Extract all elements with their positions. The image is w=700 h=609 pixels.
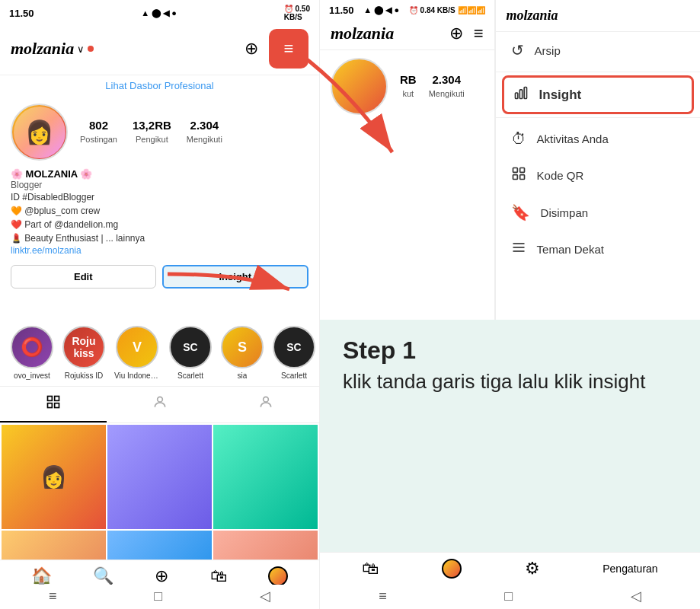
menu-item-qr[interactable]: Kode QR [496, 157, 700, 194]
nav-avatar-left[interactable] [268, 566, 288, 586]
system-nav-right: ≡ □ ◁ [320, 585, 700, 609]
profile-avatar-left: 👩 [11, 104, 68, 161]
tab-profile1[interactable] [107, 387, 213, 422]
svg-rect-4 [519, 168, 524, 173]
arsip-icon: ↺ [511, 41, 524, 59]
story-icon-scarlett2: SC [286, 341, 301, 353]
nav-add[interactable]: ⊕ [155, 566, 168, 586]
hamburger-icon-right[interactable]: ≡ [474, 24, 484, 43]
menu-item-aktivitas[interactable]: ⏱ Aktivitas Anda [496, 121, 700, 157]
arsip-label: Arsip [535, 44, 561, 57]
edit-button[interactable]: Edit [11, 265, 156, 289]
insight-menu-icon [513, 85, 529, 104]
sys-back-right[interactable]: ◁ [631, 588, 641, 604]
story-circle-rojukiss: Roju kiss [62, 326, 105, 368]
post-2-bg [107, 425, 212, 529]
nav-search[interactable]: 🔍 [93, 566, 113, 586]
tab-grid[interactable] [0, 387, 107, 422]
bio-link[interactable]: linktr.ee/molzania [11, 245, 308, 256]
sys-home-left[interactable]: □ [154, 588, 162, 604]
right-nav-settings[interactable]: ⚙ [525, 559, 540, 579]
story-label-scarlett1: Scarlett [177, 371, 203, 380]
story-label-rojukiss: Rojukiss ID [65, 371, 104, 380]
insight-button[interactable]: Insight [162, 265, 309, 289]
qr-icon [511, 166, 526, 185]
post-3[interactable] [213, 425, 318, 529]
top-half: 11.50 ▲ ⬤ ◀ ● ⏰ 0.50KB/S molzania ∨ ⊕ ≡ [0, 0, 700, 320]
sys-home-right[interactable]: □ [504, 588, 513, 604]
story-viu[interactable]: V Viu Indonesia [114, 326, 160, 380]
sys-menu-right[interactable]: ≡ [379, 588, 387, 604]
post-2[interactable] [107, 425, 212, 529]
stat-posts: 802 Postingan [80, 119, 117, 145]
svg-rect-5 [513, 175, 517, 180]
story-icon-scarlett1: SC [183, 341, 197, 353]
qr-label: Kode QR [537, 169, 584, 182]
right-profile-section: RB kut 2.304 Mengikuti [320, 50, 494, 123]
right-stat-1-label: kut [402, 89, 414, 98]
post-1-emoji: 👩 [40, 464, 67, 489]
story-circle-scarlett1: SC [169, 326, 212, 368]
avatar-emoji: 👩 [25, 119, 53, 145]
story-label-viu: Viu Indonesia [114, 371, 160, 380]
tab-profile2[interactable] [213, 387, 319, 422]
story-label-sia: sia [238, 371, 248, 380]
bio-name: 🌸 MOLZANIA 🌸 [11, 168, 308, 180]
ig-logo-right: molzania [331, 24, 394, 43]
bio-line-1: ID #DisabledBlogger [11, 190, 308, 204]
disimpan-label: Disimpan [541, 206, 589, 219]
step-instruction: Step 1 klik tanda garis tiga lalu klik i… [320, 320, 700, 552]
insight-menu-label: Insight [539, 88, 582, 103]
stories-row: ⭕ ovo_invest Roju kiss Rojukiss ID V Viu… [0, 320, 319, 386]
avatar-inner-left: 👩 [14, 107, 66, 158]
profile-bio-left: 🌸 MOLZANIA 🌸 Blogger ID #DisabledBlogger… [0, 168, 319, 262]
menu-item-disimpan[interactable]: 🔖 Disimpan [496, 194, 700, 231]
ig-logo-left: molzania ∨ [11, 39, 94, 59]
story-scarlett1[interactable]: SC Scarlett [169, 326, 212, 380]
nav-shop[interactable]: 🛍 [210, 566, 227, 586]
disimpan-icon: 🔖 [511, 203, 530, 222]
teman-icon [511, 240, 526, 259]
menu-item-teman[interactable]: Teman Dekat [496, 231, 700, 268]
right-nav-avatar[interactable] [442, 559, 462, 579]
nav-home[interactable]: 🏠 [31, 566, 52, 586]
add-icon-left[interactable]: ⊕ [245, 39, 258, 59]
profile-stats-left: 802 Postingan 13,2RB Pengikut 2.304 Meng… [80, 119, 308, 145]
add-icon-right[interactable]: ⊕ [449, 24, 463, 43]
story-ovo[interactable]: ⭕ ovo_invest [11, 326, 53, 380]
professional-link[interactable]: Lihat Dasbor Profesional [0, 75, 319, 96]
bio-line-2: 🧡 @bplus_com crew [11, 204, 308, 218]
main-wrapper: 11.50 ▲ ⬤ ◀ ● ⏰ 0.50KB/S molzania ∨ ⊕ ≡ [0, 0, 700, 609]
right-stat-2: 2.304 Mengikuti [429, 73, 465, 100]
svg-rect-13 [54, 403, 59, 408]
story-scarlett2[interactable]: SC Scarlett [273, 326, 315, 380]
right-nav-shop[interactable]: 🛍 [362, 559, 379, 579]
sys-back-left[interactable]: ◁ [260, 588, 270, 604]
hamburger-button-left[interactable]: ≡ [269, 29, 308, 69]
teman-label: Teman Dekat [537, 243, 604, 256]
right-stat-2-num: 2.304 [429, 73, 465, 86]
post-3-bg [213, 425, 318, 529]
svg-rect-6 [519, 175, 524, 180]
story-rojukiss[interactable]: Roju kiss Rojukiss ID [62, 326, 105, 380]
bottom-nav-right: 🛍 ⚙ Pengaturan [320, 552, 700, 585]
story-sia[interactable]: S sia [221, 326, 264, 380]
svg-point-15 [264, 397, 269, 402]
story-icon-viu: V [133, 340, 142, 356]
story-circle-sia: S [221, 326, 264, 368]
menu-item-insight[interactable]: Insight [502, 75, 694, 114]
post-1[interactable]: 👩 [2, 425, 106, 529]
stat-following: 2.304 Mengikuti [187, 119, 222, 145]
right-stat-2-label: Mengikuti [429, 89, 465, 98]
status-icons-right: ▲ ⬤ ◀ ● [363, 5, 399, 15]
header-icons-right: ⊕ ≡ [449, 24, 484, 43]
menu-item-arsip[interactable]: ↺ Arsip [496, 32, 700, 69]
hamburger-icon-left: ≡ [284, 39, 294, 59]
sys-menu-left[interactable]: ≡ [49, 588, 57, 604]
svg-rect-10 [47, 397, 52, 401]
bio-line-3: ❤️ Part of @dandelion.mg [11, 218, 308, 231]
step-desc: klik tanda garis tiga lalu klik insight [343, 369, 677, 395]
story-label-ovo: ovo_invest [14, 371, 50, 380]
stat-followers-label: Pengikut [136, 135, 168, 144]
left-phone-bottom: ⭕ ovo_invest Roju kiss Rojukiss ID V Viu… [0, 320, 320, 609]
